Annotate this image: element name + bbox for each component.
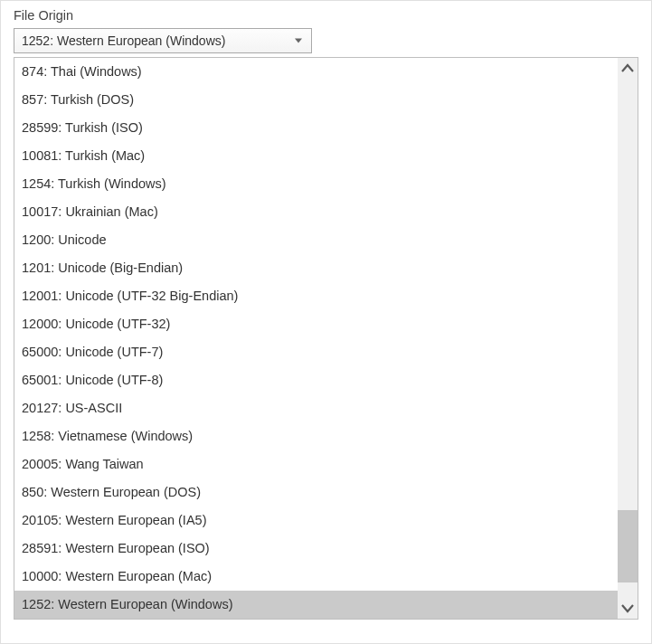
dropdown-option[interactable]: 850: Western European (DOS) [14, 478, 618, 507]
option-list: 874: Thai (Windows)857: Turkish (DOS)285… [14, 58, 618, 619]
scroll-track[interactable] [618, 78, 638, 599]
dropdown-option[interactable]: 10000: Western European (Mac) [14, 563, 618, 591]
dropdown-option[interactable]: 1254: Turkish (Windows) [14, 170, 618, 198]
scroll-up-button[interactable] [618, 58, 638, 78]
dropdown-option[interactable]: 20127: US-ASCII [14, 394, 618, 422]
scroll-thumb[interactable] [618, 510, 638, 582]
file-origin-selected-value: 1252: Western European (Windows) [22, 33, 225, 48]
dropdown-option[interactable]: 65000: Unicode (UTF-7) [14, 338, 618, 366]
dropdown-option[interactable]: 20005: Wang Taiwan [14, 450, 618, 478]
chevron-up-icon [621, 63, 634, 72]
dropdown-option[interactable]: 857: Turkish (DOS) [14, 86, 618, 114]
dropdown-option[interactable]: 20105: Western European (IA5) [14, 507, 618, 535]
file-origin-label: File Origin [14, 8, 638, 23]
dropdown-option[interactable]: 1258: Vietnamese (Windows) [14, 422, 618, 450]
scroll-down-button[interactable] [618, 599, 638, 619]
dropdown-caret-icon [291, 38, 306, 43]
dropdown-option[interactable]: 28591: Western European (ISO) [14, 535, 618, 563]
dropdown-option[interactable]: 1252: Western European (Windows) [14, 591, 618, 619]
dropdown-option[interactable]: 1201: Unicode (Big-Endian) [14, 254, 618, 282]
dropdown-option[interactable]: 874: Thai (Windows) [14, 58, 618, 86]
dropdown-option[interactable]: 65001: Unicode (UTF-8) [14, 366, 618, 394]
scrollbar [618, 58, 638, 619]
dropdown-option[interactable]: 12000: Unicode (UTF-32) [14, 310, 618, 338]
file-origin-dropdown: 874: Thai (Windows)857: Turkish (DOS)285… [14, 57, 638, 620]
dropdown-option[interactable]: 28599: Turkish (ISO) [14, 114, 618, 142]
chevron-down-icon [621, 604, 634, 613]
dropdown-option[interactable]: 12001: Unicode (UTF-32 Big-Endian) [14, 282, 618, 310]
dropdown-option[interactable]: 10081: Turkish (Mac) [14, 142, 618, 170]
file-origin-select[interactable]: 1252: Western European (Windows) [14, 28, 312, 53]
dropdown-option[interactable]: 1200: Unicode [14, 226, 618, 254]
dropdown-option[interactable]: 10017: Ukrainian (Mac) [14, 198, 618, 226]
